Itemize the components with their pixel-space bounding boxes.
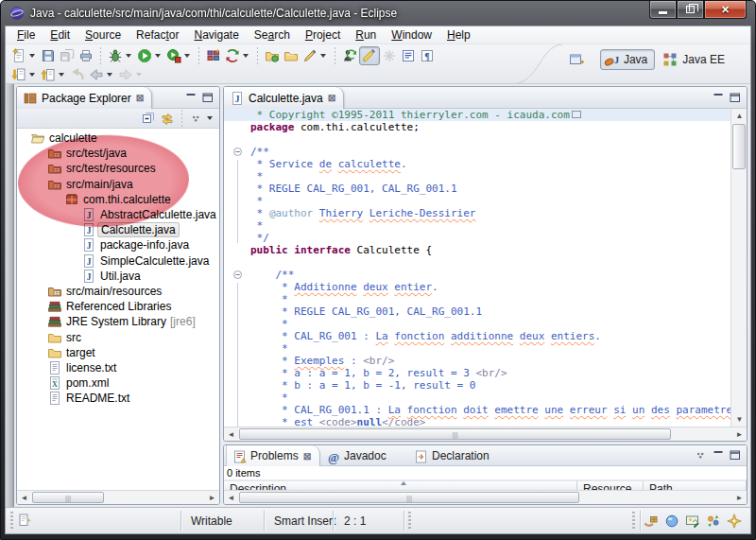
menu-file[interactable]: File xyxy=(9,26,43,44)
scroll-right-icon[interactable]: ► xyxy=(734,429,745,440)
left-trim-bar[interactable] xyxy=(6,84,14,507)
dropdown-arrow-icon[interactable] xyxy=(29,54,35,58)
debug-button[interactable] xyxy=(106,46,135,65)
close-view-icon[interactable]: ⊠ xyxy=(303,451,311,462)
tab-declaration[interactable]: Declaration xyxy=(408,445,498,466)
dropdown-arrow-icon[interactable] xyxy=(59,73,64,77)
tree-item-src-test-java[interactable]: src/test/java xyxy=(47,146,127,161)
folding-margin[interactable]: +−− xyxy=(224,109,249,427)
menu-refactor[interactable]: Refactor xyxy=(129,26,186,44)
menu-navigate[interactable]: Navigate xyxy=(186,26,246,44)
next-match-button[interactable] xyxy=(380,46,399,65)
compass-star-icon[interactable] xyxy=(726,513,743,529)
tab-calculette-java[interactable]: J Calculette.java ⊠ xyxy=(224,87,344,109)
screenshot-icon[interactable] xyxy=(684,513,701,529)
prev-annotation-button[interactable] xyxy=(39,65,68,84)
tree-item-readme-txt[interactable]: README.txt xyxy=(47,391,129,406)
minimize-view-button[interactable] xyxy=(710,447,726,462)
scrollbar-thumb[interactable]: ||| xyxy=(239,492,579,503)
menu-search[interactable]: Search xyxy=(247,26,298,44)
tree-item-calculette[interactable]: calculette xyxy=(30,131,97,146)
dropdown-arrow-icon[interactable] xyxy=(136,73,142,77)
scroll-up-icon[interactable]: ▲ xyxy=(734,111,745,121)
dropdown-arrow-icon[interactable] xyxy=(155,54,161,58)
editor-hscrollbar[interactable]: ◄ ||| ► xyxy=(224,427,747,441)
dropdown-arrow-icon[interactable] xyxy=(126,54,131,58)
maximize-editor-button[interactable] xyxy=(727,90,743,105)
close-view-icon[interactable]: ⊠ xyxy=(136,93,144,103)
scrollbar-thumb[interactable]: ||| xyxy=(32,492,104,503)
new-wizard-button[interactable] xyxy=(9,46,39,65)
source-list-button[interactable] xyxy=(399,46,418,65)
tree-item-simplecalculette-java[interactable]: JSimpleCalculette.java xyxy=(81,253,209,269)
tree-item-util-java[interactable]: JUtil.java xyxy=(81,269,141,284)
minimize-button[interactable] xyxy=(649,1,677,19)
print-button[interactable] xyxy=(77,46,95,65)
tab-javadoc[interactable]: @Javadoc xyxy=(320,445,395,466)
title-bar[interactable]: Java - calculette/src/main/java/com/thi/… xyxy=(1,1,755,26)
dropdown-arrow-icon[interactable] xyxy=(243,54,249,58)
hand-package-icon[interactable] xyxy=(643,513,660,529)
mark-pen-button[interactable] xyxy=(301,46,330,65)
maximize-view-button[interactable] xyxy=(727,447,743,462)
menu-source[interactable]: Source xyxy=(77,26,129,44)
highlighter-button[interactable] xyxy=(359,46,380,65)
minimize-editor-button[interactable] xyxy=(710,90,726,105)
menu-help[interactable]: Help xyxy=(439,26,478,44)
save-all-button[interactable] xyxy=(58,46,77,65)
open-perspective-button[interactable] xyxy=(566,50,595,69)
coverage-button[interactable] xyxy=(223,46,252,65)
scroll-right-icon[interactable]: ► xyxy=(207,493,217,503)
back-button[interactable] xyxy=(87,65,116,84)
tree-item-src-main-java[interactable]: src/main/java xyxy=(47,177,133,192)
view-menu-button[interactable] xyxy=(693,447,709,462)
trim-grip[interactable] xyxy=(632,512,635,530)
tree-item-license-txt[interactable]: license.txt xyxy=(47,360,116,375)
menu-run[interactable]: Run xyxy=(348,26,384,44)
package-explorer-hscrollbar[interactable]: ◄ ||| ► xyxy=(17,490,219,504)
tree-item-abstractcalculette-java[interactable]: JAbstractCalculette.java xyxy=(81,207,216,222)
run-button[interactable] xyxy=(135,46,164,65)
show-whitespace-button[interactable]: ¶ xyxy=(418,46,437,65)
scroll-left-icon[interactable]: ◄ xyxy=(226,429,236,440)
trim-grip[interactable] xyxy=(10,512,13,530)
tree-item-calculette-java[interactable]: JCalculette.java xyxy=(81,222,180,237)
save-button[interactable] xyxy=(39,46,58,65)
perspective-java-ee-button[interactable]: Java EE xyxy=(660,50,731,69)
tree-item-src-test-resources[interactable]: src/test/resources xyxy=(47,161,156,176)
new-java-element-button[interactable] xyxy=(204,46,223,65)
trim-grip[interactable] xyxy=(408,512,411,530)
menu-edit[interactable]: Edit xyxy=(43,26,77,44)
sync-icon[interactable] xyxy=(705,513,722,529)
restore-button[interactable] xyxy=(677,1,704,19)
open-resource-button[interactable] xyxy=(282,46,301,65)
scrollbar-thumb[interactable] xyxy=(732,124,746,169)
last-edit-location-button[interactable] xyxy=(68,65,87,84)
next-annotation-button[interactable] xyxy=(9,65,39,84)
maximize-view-button[interactable] xyxy=(199,90,215,105)
tree-item-referenced-libraries[interactable]: Referenced Libraries xyxy=(47,299,171,314)
view-menu-button[interactable] xyxy=(187,109,216,128)
dropdown-arrow-icon[interactable] xyxy=(320,54,326,58)
dropdown-arrow-icon[interactable] xyxy=(107,73,112,77)
tree-item-com-thi-calculette[interactable]: com.thi.calculette xyxy=(64,192,171,207)
tab-package-explorer[interactable]: Package Explorer ⊠ xyxy=(17,87,152,109)
scroll-down-icon[interactable]: ▼ xyxy=(734,414,745,425)
tree-item-src[interactable]: src xyxy=(47,330,81,345)
search-participant-button[interactable] xyxy=(340,46,359,65)
tree-item-jre-system-library[interactable]: JRE System Library[jre6] xyxy=(47,314,196,329)
tree-item-target[interactable]: target xyxy=(47,345,95,360)
close-editor-icon[interactable]: ⊠ xyxy=(328,93,335,103)
tree-item-src-main-resources[interactable]: src/main/resources xyxy=(47,284,162,299)
folded-region-icon[interactable] xyxy=(572,111,581,118)
scroll-right-icon[interactable]: ► xyxy=(734,493,745,503)
problems-hscrollbar[interactable]: ◄ ||| ► xyxy=(224,490,747,504)
scroll-left-icon[interactable]: ◄ xyxy=(19,493,29,503)
collapse-fold-icon[interactable]: − xyxy=(233,270,242,279)
perspective-java-button[interactable]: JJava xyxy=(600,49,655,70)
run-external-tool-button[interactable] xyxy=(164,46,194,65)
tree-item-pom-xml[interactable]: Xpom.xml xyxy=(47,375,109,391)
scroll-left-icon[interactable]: ◄ xyxy=(226,493,236,503)
code-editor[interactable]: +−− * Copyright ©1995-2011 thierryler.co… xyxy=(224,109,747,427)
dropdown-arrow-icon[interactable] xyxy=(184,54,190,58)
